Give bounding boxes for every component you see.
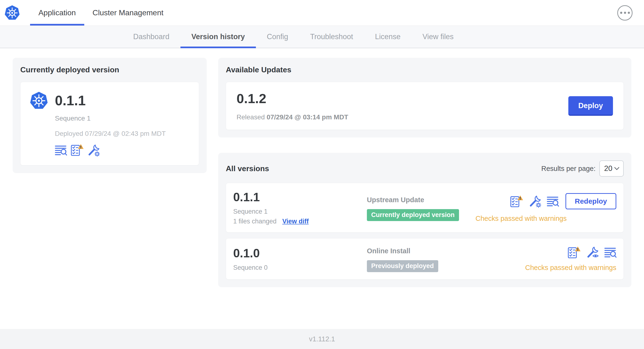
redeploy-button[interactable]: Redeploy xyxy=(566,193,616,209)
currently-deployed-title: Currently deployed version xyxy=(20,66,199,74)
view-config-icon[interactable] xyxy=(587,246,599,258)
tab-version-history[interactable]: Version history xyxy=(180,26,256,48)
tab-view-files-label: View files xyxy=(422,32,454,41)
kubernetes-app-icon xyxy=(30,91,48,110)
released-date: 07/29/24 @ 03:14 pm MDT xyxy=(266,114,348,121)
currently-deployed-panel: Currently deployed version 0.1.1 Sequenc… xyxy=(13,58,207,173)
logs-icon[interactable] xyxy=(604,246,616,258)
deploy-button[interactable]: Deploy xyxy=(568,96,613,116)
version-row-0-1-1: 0.1.1 Sequence 1 1 files changed View di… xyxy=(226,183,624,232)
update-released-timestamp: Released 07/29/24 @ 03:14 pm MDT xyxy=(236,114,348,121)
app-subnav: Dashboard Version history Config Trouble… xyxy=(0,26,644,48)
deployed-sequence-label: Sequence 1 xyxy=(55,114,166,122)
console-version-label: v1.112.1 xyxy=(309,335,335,343)
results-per-page-value: 20 xyxy=(604,164,612,173)
available-updates-panel: Available Updates 0.1.2 Released 07/29/2… xyxy=(218,58,631,138)
preflight-checks-warning-icon[interactable] xyxy=(71,144,84,156)
files-changed-label: 1 files changed xyxy=(233,218,277,225)
tab-dashboard-label: Dashboard xyxy=(133,32,170,41)
logs-icon[interactable] xyxy=(547,195,559,207)
tab-troubleshoot-label: Troubleshoot xyxy=(310,32,353,41)
checks-status-text: Checks passed with warnings xyxy=(476,214,567,222)
row-sequence-label: Sequence 0 xyxy=(233,264,367,272)
tab-application[interactable]: Application xyxy=(30,0,84,26)
deployed-version-number: 0.1.1 xyxy=(55,91,166,110)
results-per-page-select[interactable]: 20 xyxy=(599,160,624,177)
row-version-number: 0.1.1 xyxy=(233,190,367,204)
status-badge: Currently deployed version xyxy=(367,209,459,221)
tab-config-label: Config xyxy=(267,32,288,41)
currently-deployed-card: 0.1.1 Sequence 1 Deployed 07/29/24 @ 02:… xyxy=(20,82,199,166)
tab-license[interactable]: License xyxy=(364,26,412,48)
edit-config-icon[interactable] xyxy=(529,195,541,207)
tab-cluster-management[interactable]: Cluster Management xyxy=(84,0,172,26)
available-updates-title: Available Updates xyxy=(226,66,624,74)
all-versions-panel: All versions Results per page: 20 0.1.1 … xyxy=(218,153,631,287)
tab-config[interactable]: Config xyxy=(256,26,299,48)
tab-version-history-label: Version history xyxy=(192,32,245,41)
preflight-checks-warning-icon[interactable] xyxy=(568,246,581,258)
update-version-number: 0.1.2 xyxy=(236,91,348,106)
chevron-down-icon xyxy=(614,167,620,170)
tab-troubleshoot[interactable]: Troubleshoot xyxy=(299,26,364,48)
logs-icon[interactable] xyxy=(55,144,67,156)
version-source-label: Online Install xyxy=(367,247,525,255)
version-row-0-1-0: 0.1.0 Sequence 0 Online Install Previous… xyxy=(226,238,624,280)
view-diff-link[interactable]: View diff xyxy=(282,218,309,225)
app-footer: v1.112.1 xyxy=(0,329,644,349)
checks-status-text: Checks passed with warnings xyxy=(525,264,616,272)
edit-config-icon[interactable] xyxy=(88,144,100,156)
preflight-checks-warning-icon[interactable] xyxy=(510,195,524,208)
overflow-menu-button[interactable] xyxy=(617,5,632,20)
results-per-page-label: Results per page: xyxy=(541,165,596,172)
kubernetes-logo-icon xyxy=(4,5,20,21)
available-update-card: 0.1.2 Released 07/29/24 @ 03:14 pm MDT D… xyxy=(226,82,624,130)
status-badge: Previously deployed xyxy=(367,260,438,272)
released-prefix: Released xyxy=(236,114,265,121)
tab-view-files[interactable]: View files xyxy=(412,26,464,48)
top-navbar: Application Cluster Management xyxy=(0,0,644,26)
row-sequence-label: Sequence 1 xyxy=(233,208,367,215)
main-content: Currently deployed version 0.1.1 Sequenc… xyxy=(0,48,644,287)
tab-license-label: License xyxy=(375,32,400,41)
right-column: Available Updates 0.1.2 Released 07/29/2… xyxy=(218,58,631,287)
tab-application-label: Application xyxy=(38,8,76,17)
topbar-spacer xyxy=(172,0,617,26)
tab-cluster-management-label: Cluster Management xyxy=(92,8,164,17)
all-versions-title: All versions xyxy=(226,164,269,173)
version-source-label: Upstream Update xyxy=(367,196,476,204)
deployed-timestamp: Deployed 07/29/24 @ 02:43 pm MDT xyxy=(55,130,166,138)
tab-dashboard[interactable]: Dashboard xyxy=(122,26,180,48)
row-version-number: 0.1.0 xyxy=(233,246,367,260)
ellipsis-icon xyxy=(620,12,622,14)
